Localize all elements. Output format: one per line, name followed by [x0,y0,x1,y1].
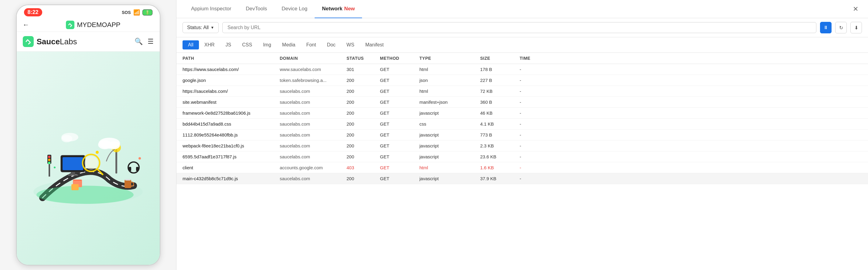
filter-tab-img[interactable]: Img [257,40,277,49]
download-icon: ⬇ [854,25,858,31]
cell-time: - [520,89,550,94]
tab-devtools[interactable]: DevTools [239,0,274,18]
filter-tab-font[interactable]: Font [301,40,321,49]
filter-tab-js[interactable]: JS [220,40,237,49]
cell-type: javascript [420,110,480,115]
svg-point-12 [48,156,51,158]
cell-time: - [520,110,550,115]
col-header-status: STATUS [346,56,380,61]
app-name: MYDEMOAPP [77,21,120,29]
table-row[interactable]: site.webmanifest saucelabs.com 200 GET m… [177,97,868,108]
cell-size: 773 B [480,132,520,137]
filter-tab-all[interactable]: All [183,40,199,49]
cell-domain: token.safebrowsing.a... [280,78,346,83]
cell-time: - [520,67,550,72]
table-row[interactable]: 6595.5d7aadf1e3717f87.js saucelabs.com 2… [177,151,868,162]
cell-status: 200 [346,100,380,105]
devtools-tabs: Appium Inspector DevTools Device Log Net… [177,0,868,18]
device-status-icons: SOS 📶 🔋 [122,9,152,16]
cell-type: manifest+json [420,100,480,105]
filter-tab-ws[interactable]: WS [341,40,360,49]
close-button[interactable]: ✕ [850,3,861,15]
cell-domain: saucelabs.com [280,132,346,137]
cell-size: 72 KB [480,89,520,94]
table-row[interactable]: https://saucelabs.com/ saucelabs.com 200… [177,86,868,97]
svg-point-3 [36,185,134,204]
cell-domain: accounts.google.com [280,165,346,170]
device-sos: SOS [122,10,131,15]
table-row[interactable]: client accounts.google.com 403 GET html … [177,162,868,173]
cell-status: 200 [346,78,380,83]
filter-tab-manifest[interactable]: Manifest [360,40,389,49]
device-panel: 8:22 SOS 📶 🔋 ← MYDEMOAPP [0,0,176,270]
cell-type: javascript [420,176,480,181]
filter-tab-media[interactable]: Media [277,40,301,49]
cell-status: 200 [346,176,380,181]
svg-point-14 [48,162,51,164]
wifi-icon: 📶 [133,9,140,16]
pause-button[interactable]: ⏸ [820,22,832,33]
table-row[interactable]: google.json token.safebrowsing.a... 200 … [177,75,868,86]
table-row[interactable]: main-c432d5b8c5c71d9c.js saucelabs.com 2… [177,173,868,184]
cell-time: - [520,154,550,159]
cell-path: bdd44b415d7a9ad8.css [183,121,280,127]
cell-path: 6595.5d7aadf1e3717f87.js [183,154,280,159]
back-button[interactable]: ← [23,21,29,29]
chevron-down-icon: ▼ [211,26,214,30]
tab-appium-inspector[interactable]: Appium Inspector [184,0,239,18]
cell-path: https://saucelabs.com/ [183,89,280,94]
download-button[interactable]: ⬇ [850,22,862,33]
tab-network[interactable]: Network New [315,0,362,18]
cell-status: 200 [346,89,380,94]
col-header-path: PATH [183,56,280,61]
cell-method: GET [380,154,420,159]
tab-device-log[interactable]: Device Log [274,0,315,18]
cell-method: GET [380,89,420,94]
filter-tab-css[interactable]: CSS [237,40,257,49]
cell-size: 1.6 KB [480,165,520,170]
refresh-button[interactable]: ↻ [835,22,847,33]
table-row[interactable]: 1112.809e55264e480fbb.js saucelabs.com 2… [177,130,868,140]
table-row[interactable]: bdd44b415d7a9ad8.css saucelabs.com 200 G… [177,119,868,130]
sauce-logo-small [66,21,74,29]
cell-time: - [520,165,550,170]
cell-status: 200 [346,121,380,127]
svg-rect-5 [63,157,83,170]
cell-domain: www.saucelabs.com [280,67,346,72]
cell-time: - [520,176,550,181]
search-icon[interactable]: 🔍 [134,38,143,45]
cell-type: css [420,121,480,127]
cell-type: javascript [420,132,480,137]
table-row[interactable]: framework-0e8d27528ba61906.js saucelabs.… [177,108,868,119]
col-header-method: METHOD [380,56,420,61]
cell-status: 200 [346,132,380,137]
cell-method: GET [380,67,420,72]
sauce-logo-big [23,36,34,47]
cell-path: site.webmanifest [183,100,280,105]
cell-type: javascript [420,143,480,148]
cell-time: - [520,143,550,148]
cell-status: 200 [346,143,380,148]
cell-method: GET [380,176,420,181]
table-row[interactable]: webpack-f8ee18ec21ba1cf0.js saucelabs.co… [177,140,868,151]
cell-size: 46 KB [480,110,520,115]
app-illustration [17,52,160,265]
filter-tab-xhr[interactable]: XHR [199,40,220,49]
device-status-bar: 8:22 SOS 📶 🔋 [17,5,160,18]
refresh-icon: ↻ [839,25,843,31]
cell-domain: saucelabs.com [280,100,346,105]
filter-tab-doc[interactable]: Doc [321,40,341,49]
search-input[interactable] [222,22,816,33]
cell-type: html [420,67,480,72]
devtools-panel: Appium Inspector DevTools Device Log Net… [176,0,868,270]
cell-path: framework-0e8d27528ba61906.js [183,110,280,115]
svg-point-27 [61,135,72,142]
status-dropdown[interactable]: Status: All ▼ [183,22,219,33]
cell-size: 23.6 KB [480,154,520,159]
table-row[interactable]: https://www.saucelabs.com/ www.saucelabs… [177,64,868,75]
svg-point-30 [54,167,56,168]
devtools-toolbar: Status: All ▼ ⏸ ↻ ⬇ [177,18,868,37]
menu-icon[interactable]: ☰ [148,38,154,45]
new-badge: New [344,6,355,12]
cell-domain: saucelabs.com [280,154,346,159]
